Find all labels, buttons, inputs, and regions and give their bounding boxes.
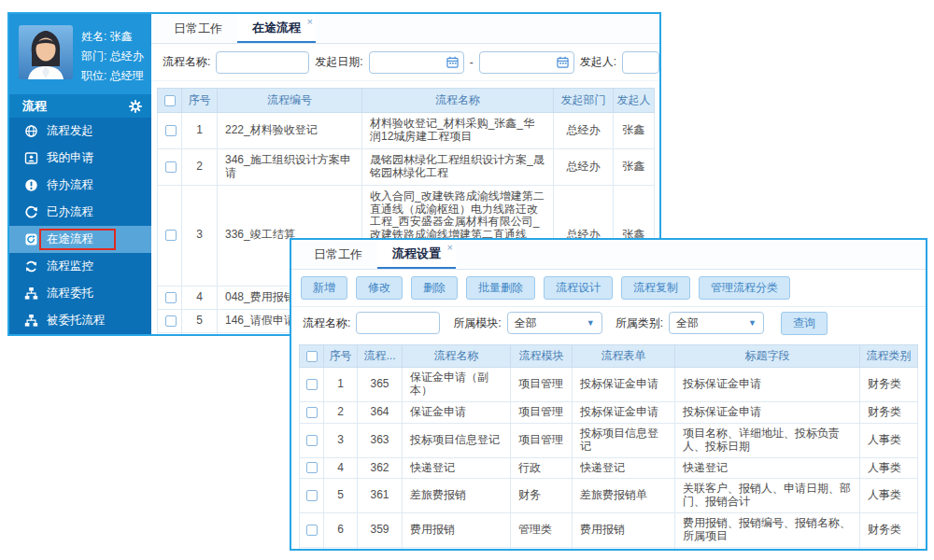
sidebar-item-label: 已办流程 bbox=[47, 204, 93, 220]
select-all-checkbox[interactable] bbox=[306, 351, 318, 362]
table-cell: 项目名称、详细地址、投标负责人、投标日期 bbox=[675, 423, 860, 457]
table-cell: 1 bbox=[324, 368, 358, 402]
table-cell: 5 bbox=[182, 309, 218, 332]
add-button[interactable]: 新增 bbox=[301, 276, 347, 300]
tab-label: 在途流程 bbox=[252, 20, 301, 36]
process-name-input[interactable] bbox=[356, 312, 440, 334]
row-checkbox[interactable] bbox=[306, 435, 318, 446]
row-checkbox[interactable] bbox=[165, 315, 177, 327]
start-date-to-input[interactable] bbox=[479, 51, 574, 74]
edit-button[interactable]: 修改 bbox=[356, 276, 403, 300]
close-icon[interactable]: × bbox=[447, 243, 453, 252]
gear-icon[interactable] bbox=[129, 100, 142, 113]
row-checkbox[interactable] bbox=[165, 161, 177, 173]
sidebar-item-in-transit-processes[interactable]: 在途流程 bbox=[9, 226, 151, 253]
process-settings-window: 日常工作 流程设置 × 新增 修改 删除 批量删除 流程设计 流程复制 管理流程… bbox=[290, 238, 927, 551]
sidebar-item-process-start[interactable]: 流程发起 bbox=[9, 118, 151, 145]
table-cell: 6 bbox=[182, 332, 218, 336]
initiator-label: 发起人: bbox=[580, 54, 616, 70]
row-checkbox[interactable] bbox=[165, 125, 177, 136]
refresh-icon bbox=[24, 259, 38, 273]
table-cell: 364 bbox=[358, 401, 403, 423]
row-checkbox-cell bbox=[300, 548, 324, 551]
tab-in-transit-processes[interactable]: 在途流程 × bbox=[237, 14, 316, 43]
col-header-form: 流程表单 bbox=[573, 345, 675, 368]
manage-category-button[interactable]: 管理流程分类 bbox=[699, 276, 790, 300]
table-cell: 投标项目信息登记 bbox=[403, 423, 511, 457]
tab-daily-work[interactable]: 日常工作 bbox=[159, 14, 237, 43]
table-cell: 222_材料验收登记 bbox=[218, 113, 362, 149]
chevron-down-icon: ▼ bbox=[587, 318, 595, 328]
table-cell: 4 bbox=[182, 286, 218, 309]
close-icon[interactable]: × bbox=[307, 17, 313, 26]
chevron-down-icon: ▼ bbox=[748, 318, 757, 328]
table-row: 4362快递登记行政快递登记快递登记人事类 bbox=[300, 457, 918, 479]
table-cell: 2 bbox=[324, 401, 358, 423]
table-cell: 358 bbox=[358, 548, 403, 551]
sidebar-item-my-applications[interactable]: 我的申请 bbox=[9, 145, 151, 172]
initiator-input[interactable] bbox=[622, 51, 659, 74]
table-cell: 365 bbox=[358, 368, 403, 402]
col-header-process-name: 流程名称 bbox=[403, 345, 511, 368]
table-cell: 材料验收登记_材料采购_张鑫_华润12城房建工程项目 bbox=[362, 113, 554, 149]
window1-tabbar: 日常工作 在途流程 × bbox=[151, 14, 659, 44]
row-checkbox[interactable] bbox=[306, 525, 318, 536]
user-name-line: 姓名: 张鑫 bbox=[81, 27, 144, 47]
window2-search-bar: 流程名称: 所属模块: 全部 ▼ 所属类别: 全部 ▼ 查询 bbox=[291, 307, 926, 339]
table-cell: 2 bbox=[182, 148, 218, 185]
row-checkbox[interactable] bbox=[306, 490, 318, 501]
process-design-button[interactable]: 流程设计 bbox=[544, 276, 613, 300]
calendar-icon bbox=[446, 56, 459, 68]
sidebar-item-process-delegate[interactable]: 流程委托 bbox=[9, 280, 151, 307]
title-value: 总经理 bbox=[110, 69, 144, 82]
table-cell: 财务 bbox=[511, 479, 573, 513]
sidebar-item-label: 被委托流程 bbox=[47, 313, 106, 329]
section-title: 流程 bbox=[22, 98, 47, 115]
select-all-checkbox[interactable] bbox=[164, 95, 176, 106]
row-checkbox[interactable] bbox=[165, 230, 177, 241]
row-checkbox[interactable] bbox=[306, 462, 318, 473]
table-cell: 项目线索 bbox=[403, 548, 511, 551]
module-select[interactable]: 全部 ▼ bbox=[507, 312, 602, 334]
process-name-input[interactable] bbox=[216, 51, 309, 74]
table-cell: 财务类 bbox=[860, 401, 918, 423]
start-date-from-input[interactable] bbox=[369, 51, 464, 74]
category-select-value: 全部 bbox=[676, 315, 699, 331]
table-cell: 6 bbox=[324, 513, 358, 548]
table-cell: 3 bbox=[324, 423, 358, 457]
tab-process-settings[interactable]: 流程设置 × bbox=[377, 240, 456, 269]
query-button[interactable]: 查询 bbox=[781, 312, 828, 335]
user-title-line: 职位: 总经理 bbox=[81, 66, 144, 86]
tab-daily-work[interactable]: 日常工作 bbox=[299, 240, 377, 269]
row-checkbox-cell bbox=[158, 332, 182, 336]
table-cell: 晟铭园林绿化工程组织设计方案_晟铭园林绿化工程 bbox=[362, 148, 554, 185]
table-cell: 保证金申请 bbox=[403, 401, 511, 423]
batch-delete-button[interactable]: 批量删除 bbox=[466, 276, 535, 300]
col-header-initiator: 发起人 bbox=[614, 89, 655, 113]
delete-button[interactable]: 删除 bbox=[411, 276, 458, 300]
row-checkbox[interactable] bbox=[306, 407, 318, 418]
table-row: 6359费用报销管理类费用报销费用报销、报销编号、报销名称、所属项目财务类 bbox=[300, 513, 918, 548]
table-cell: 费用报销、报销编号、报销名称、所属项目 bbox=[675, 513, 860, 548]
table-cell: 投标保证金申请 bbox=[573, 368, 675, 402]
table-cell: 投标保证金申请 bbox=[573, 401, 675, 423]
sidebar-item-todo-processes[interactable]: 待办流程 bbox=[9, 172, 151, 199]
row-checkbox-cell bbox=[158, 148, 182, 185]
table-cell: 投标保证金申请 bbox=[675, 368, 860, 402]
process-settings-table: 序号 流程... 流程名称 流程模块 流程表单 标题字段 流程类别 1365保证… bbox=[299, 344, 918, 551]
table-cell: 5 bbox=[324, 479, 358, 513]
row-checkbox[interactable] bbox=[165, 292, 177, 303]
name-label: 姓名: bbox=[81, 30, 106, 43]
sidebar-item-delegated-processes[interactable]: 被委托流程 bbox=[9, 307, 151, 334]
process-copy-button[interactable]: 流程复制 bbox=[621, 276, 690, 300]
row-checkbox-cell bbox=[300, 457, 324, 479]
sidebar-item-done-processes[interactable]: 已办流程 bbox=[9, 199, 151, 226]
table-row: 5361差旅费报销财务差旅费报销单关联客户、报销人、申请日期、部门、报销合计人事… bbox=[300, 479, 918, 513]
category-select[interactable]: 全部 ▼ bbox=[669, 312, 764, 334]
row-checkbox[interactable] bbox=[306, 379, 318, 390]
row-checkbox-cell bbox=[158, 309, 182, 332]
table-cell: 项目线索备案 bbox=[573, 548, 675, 551]
table-cell: 359 bbox=[358, 513, 403, 548]
title-label: 职位: bbox=[81, 69, 106, 82]
sidebar-item-process-monitor[interactable]: 流程监控 bbox=[9, 253, 151, 280]
